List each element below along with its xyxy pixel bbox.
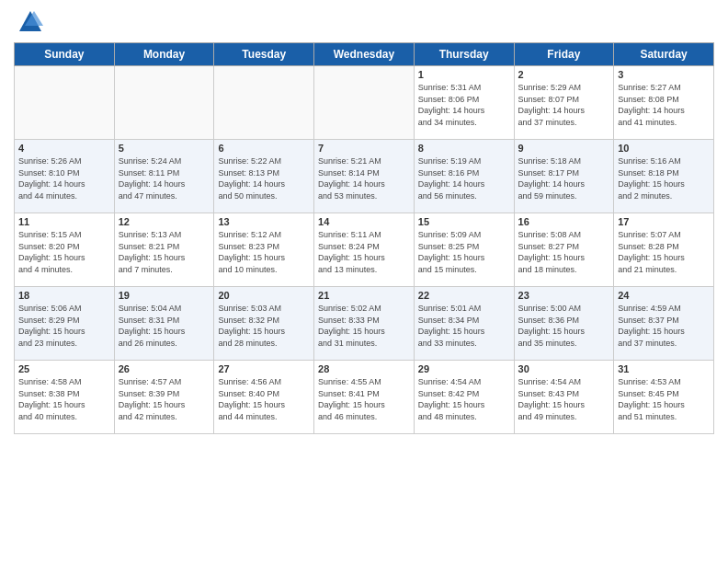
- calendar-day-cell: 23Sunrise: 5:00 AM Sunset: 8:36 PM Dayli…: [514, 287, 614, 361]
- day-info: Sunrise: 5:27 AM Sunset: 8:08 PM Dayligh…: [618, 82, 710, 128]
- day-info: Sunrise: 5:02 AM Sunset: 8:33 PM Dayligh…: [318, 303, 410, 349]
- calendar-day-cell: 2Sunrise: 5:29 AM Sunset: 8:07 PM Daylig…: [514, 66, 614, 140]
- calendar-day-cell: 17Sunrise: 5:07 AM Sunset: 8:28 PM Dayli…: [614, 213, 714, 287]
- day-info: Sunrise: 5:26 AM Sunset: 8:10 PM Dayligh…: [18, 155, 110, 201]
- day-number: 11: [18, 216, 110, 227]
- day-number: 22: [418, 290, 510, 301]
- day-info: Sunrise: 5:03 AM Sunset: 8:32 PM Dayligh…: [218, 303, 310, 349]
- day-info: Sunrise: 5:15 AM Sunset: 8:20 PM Dayligh…: [18, 229, 110, 275]
- day-number: 29: [418, 363, 510, 374]
- page-container: SundayMondayTuesdayWednesdayThursdayFrid…: [0, 0, 728, 443]
- header-cell: Wednesday: [314, 43, 415, 66]
- calendar-day-cell: 24Sunrise: 4:59 AM Sunset: 8:37 PM Dayli…: [614, 287, 714, 361]
- day-info: Sunrise: 4:56 AM Sunset: 8:40 PM Dayligh…: [218, 376, 310, 422]
- header-cell: Thursday: [414, 43, 514, 66]
- calendar-day-cell: [314, 66, 415, 140]
- calendar-day-cell: [114, 66, 214, 140]
- header-cell: Saturday: [614, 43, 714, 66]
- header-cell: Friday: [514, 43, 614, 66]
- header-cell: Sunday: [15, 43, 115, 66]
- day-number: 3: [618, 69, 710, 80]
- calendar-day-cell: 31Sunrise: 4:53 AM Sunset: 8:45 PM Dayli…: [614, 361, 714, 434]
- calendar-day-cell: 7Sunrise: 5:21 AM Sunset: 8:14 PM Daylig…: [314, 140, 415, 213]
- calendar-day-cell: 6Sunrise: 5:22 AM Sunset: 8:13 PM Daylig…: [214, 140, 314, 213]
- day-info: Sunrise: 5:00 AM Sunset: 8:36 PM Dayligh…: [518, 303, 610, 349]
- calendar-week-row: 18Sunrise: 5:06 AM Sunset: 8:29 PM Dayli…: [15, 287, 714, 361]
- calendar-day-cell: 20Sunrise: 5:03 AM Sunset: 8:32 PM Dayli…: [214, 287, 314, 361]
- day-number: 16: [518, 216, 610, 227]
- calendar-day-cell: 14Sunrise: 5:11 AM Sunset: 8:24 PM Dayli…: [314, 213, 415, 287]
- day-info: Sunrise: 5:19 AM Sunset: 8:16 PM Dayligh…: [418, 155, 510, 201]
- day-number: 21: [318, 290, 410, 301]
- calendar-day-cell: 25Sunrise: 4:58 AM Sunset: 8:38 PM Dayli…: [15, 361, 115, 434]
- day-number: 9: [518, 143, 610, 154]
- day-info: Sunrise: 5:24 AM Sunset: 8:11 PM Dayligh…: [119, 155, 210, 201]
- day-info: Sunrise: 5:06 AM Sunset: 8:29 PM Dayligh…: [18, 303, 110, 349]
- calendar-day-cell: 4Sunrise: 5:26 AM Sunset: 8:10 PM Daylig…: [15, 140, 115, 213]
- calendar-day-cell: 18Sunrise: 5:06 AM Sunset: 8:29 PM Dayli…: [15, 287, 115, 361]
- calendar-day-cell: 9Sunrise: 5:18 AM Sunset: 8:17 PM Daylig…: [514, 140, 614, 213]
- calendar-week-row: 1Sunrise: 5:31 AM Sunset: 8:06 PM Daylig…: [15, 66, 714, 140]
- day-number: 28: [318, 363, 410, 374]
- day-number: 12: [119, 216, 210, 227]
- calendar-day-cell: 13Sunrise: 5:12 AM Sunset: 8:23 PM Dayli…: [214, 213, 314, 287]
- calendar-day-cell: 28Sunrise: 4:55 AM Sunset: 8:41 PM Dayli…: [314, 361, 415, 434]
- page-header: [14, 9, 714, 35]
- day-info: Sunrise: 4:57 AM Sunset: 8:39 PM Dayligh…: [119, 376, 210, 422]
- day-number: 8: [418, 143, 510, 154]
- day-number: 14: [318, 216, 410, 227]
- day-number: 15: [418, 216, 510, 227]
- calendar-day-cell: [15, 66, 115, 140]
- calendar-day-cell: 11Sunrise: 5:15 AM Sunset: 8:20 PM Dayli…: [15, 213, 115, 287]
- day-number: 24: [618, 290, 710, 301]
- day-info: Sunrise: 5:29 AM Sunset: 8:07 PM Dayligh…: [518, 82, 610, 128]
- calendar-day-cell: 5Sunrise: 5:24 AM Sunset: 8:11 PM Daylig…: [114, 140, 214, 213]
- calendar-day-cell: 16Sunrise: 5:08 AM Sunset: 8:27 PM Dayli…: [514, 213, 614, 287]
- calendar-day-cell: 10Sunrise: 5:16 AM Sunset: 8:18 PM Dayli…: [614, 140, 714, 213]
- day-info: Sunrise: 4:59 AM Sunset: 8:37 PM Dayligh…: [618, 303, 710, 349]
- calendar-table: SundayMondayTuesdayWednesdayThursdayFrid…: [14, 42, 714, 434]
- day-number: 31: [618, 363, 710, 374]
- day-number: 4: [18, 143, 110, 154]
- day-number: 5: [119, 143, 210, 154]
- header-cell: Monday: [114, 43, 214, 66]
- calendar-day-cell: 1Sunrise: 5:31 AM Sunset: 8:06 PM Daylig…: [414, 66, 514, 140]
- header-row: SundayMondayTuesdayWednesdayThursdayFrid…: [15, 43, 714, 66]
- calendar-week-row: 11Sunrise: 5:15 AM Sunset: 8:20 PM Dayli…: [15, 213, 714, 287]
- day-info: Sunrise: 5:01 AM Sunset: 8:34 PM Dayligh…: [418, 303, 510, 349]
- calendar-day-cell: 27Sunrise: 4:56 AM Sunset: 8:40 PM Dayli…: [214, 361, 314, 434]
- calendar-week-row: 25Sunrise: 4:58 AM Sunset: 8:38 PM Dayli…: [15, 361, 714, 434]
- calendar-day-cell: [214, 66, 314, 140]
- day-info: Sunrise: 5:31 AM Sunset: 8:06 PM Dayligh…: [418, 82, 510, 128]
- logo-icon: [17, 9, 43, 35]
- calendar-week-row: 4Sunrise: 5:26 AM Sunset: 8:10 PM Daylig…: [15, 140, 714, 213]
- day-number: 13: [218, 216, 310, 227]
- calendar-day-cell: 21Sunrise: 5:02 AM Sunset: 8:33 PM Dayli…: [314, 287, 415, 361]
- day-info: Sunrise: 5:21 AM Sunset: 8:14 PM Dayligh…: [318, 155, 410, 201]
- calendar-day-cell: 3Sunrise: 5:27 AM Sunset: 8:08 PM Daylig…: [614, 66, 714, 140]
- day-number: 19: [119, 290, 210, 301]
- day-info: Sunrise: 5:08 AM Sunset: 8:27 PM Dayligh…: [518, 229, 610, 275]
- calendar-day-cell: 19Sunrise: 5:04 AM Sunset: 8:31 PM Dayli…: [114, 287, 214, 361]
- day-number: 17: [618, 216, 710, 227]
- day-number: 27: [218, 363, 310, 374]
- day-info: Sunrise: 5:11 AM Sunset: 8:24 PM Dayligh…: [318, 229, 410, 275]
- day-info: Sunrise: 5:09 AM Sunset: 8:25 PM Dayligh…: [418, 229, 510, 275]
- day-info: Sunrise: 5:13 AM Sunset: 8:21 PM Dayligh…: [119, 229, 210, 275]
- day-info: Sunrise: 4:55 AM Sunset: 8:41 PM Dayligh…: [318, 376, 410, 422]
- day-info: Sunrise: 5:04 AM Sunset: 8:31 PM Dayligh…: [119, 303, 210, 349]
- calendar-day-cell: 26Sunrise: 4:57 AM Sunset: 8:39 PM Dayli…: [114, 361, 214, 434]
- logo: [14, 9, 43, 35]
- day-number: 10: [618, 143, 710, 154]
- day-number: 1: [418, 69, 510, 80]
- day-number: 30: [518, 363, 610, 374]
- calendar-day-cell: 12Sunrise: 5:13 AM Sunset: 8:21 PM Dayli…: [114, 213, 214, 287]
- day-info: Sunrise: 5:18 AM Sunset: 8:17 PM Dayligh…: [518, 155, 610, 201]
- day-number: 25: [18, 363, 110, 374]
- calendar-day-cell: 29Sunrise: 4:54 AM Sunset: 8:42 PM Dayli…: [414, 361, 514, 434]
- calendar-day-cell: 15Sunrise: 5:09 AM Sunset: 8:25 PM Dayli…: [414, 213, 514, 287]
- header-cell: Tuesday: [214, 43, 314, 66]
- day-info: Sunrise: 5:16 AM Sunset: 8:18 PM Dayligh…: [618, 155, 710, 201]
- day-info: Sunrise: 4:54 AM Sunset: 8:42 PM Dayligh…: [418, 376, 510, 422]
- calendar-day-cell: 8Sunrise: 5:19 AM Sunset: 8:16 PM Daylig…: [414, 140, 514, 213]
